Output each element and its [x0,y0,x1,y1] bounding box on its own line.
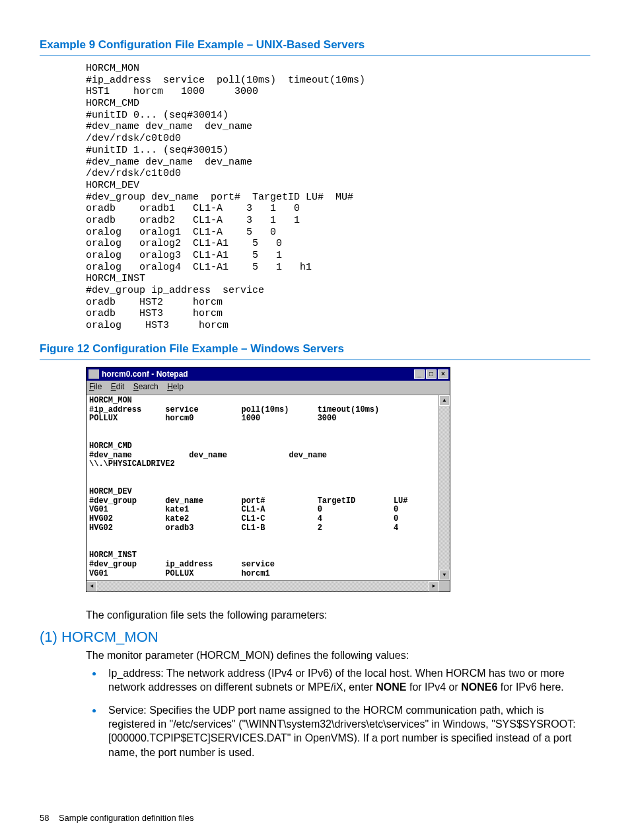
notepad-titlebar: horcm0.conf - Notepad _ □ × [87,367,450,381]
notepad-text-area[interactable]: HORCM_MON #ip_address service poll(10ms)… [87,395,438,580]
notepad-menubar: File Edit Search Help [87,381,450,395]
section-lead: The monitor parameter (HORCM_MON) define… [86,648,590,662]
scroll-right-icon[interactable]: ► [429,581,439,592]
section-heading: (1) HORCM_MON [40,629,590,646]
maximize-icon[interactable]: □ [426,369,437,379]
list-item: Ip_address: The network address (IPv4 or… [103,666,590,694]
menu-edit[interactable]: Edit [111,382,125,391]
notepad-window: horcm0.conf - Notepad _ □ × File Edit Se… [86,367,450,592]
bullet-text: for IPv4 or [406,681,461,693]
figure-12-title: Figure 12 Configuration File Example – W… [40,342,590,356]
menu-file[interactable]: File [89,382,102,391]
bold-text: NONE6 [461,681,497,693]
page-footer: 58 Sample configuration definition files [40,813,193,823]
scroll-corner [439,581,450,592]
notepad-title-text: horcm0.conf - Notepad [102,369,188,379]
scroll-down-icon[interactable]: ▼ [439,570,450,580]
menu-help[interactable]: Help [167,382,184,391]
intro-paragraph: The configuration file sets the followin… [86,608,590,622]
notepad-icon [88,369,99,379]
scroll-left-icon[interactable]: ◄ [87,581,97,592]
menu-search[interactable]: Search [133,382,158,391]
scroll-track[interactable] [439,406,450,570]
rule [40,360,590,360]
scroll-track[interactable] [97,581,429,592]
horizontal-scrollbar[interactable]: ◄ ► [87,580,450,592]
scroll-up-icon[interactable]: ▲ [439,395,450,406]
page-number: 58 [40,813,49,823]
close-icon[interactable]: × [438,369,448,379]
bullet-text: for IPv6 here. [497,681,564,693]
minimize-icon[interactable]: _ [414,369,425,379]
vertical-scrollbar[interactable]: ▲ ▼ [438,395,450,580]
bold-text: NONE [376,681,406,693]
bullet-text: Service: Specifies the UDP port name ass… [108,705,576,757]
footer-text: Sample configuration definition files [59,813,194,823]
rule [40,56,590,56]
example-9-title: Example 9 Configuration File Example – U… [40,38,590,52]
example-9-code: HORCM_MON #ip_address service poll(10ms)… [86,63,590,332]
bullet-list: Ip_address: The network address (IPv4 or… [86,666,590,759]
list-item: Service: Specifies the UDP port name ass… [103,703,590,759]
